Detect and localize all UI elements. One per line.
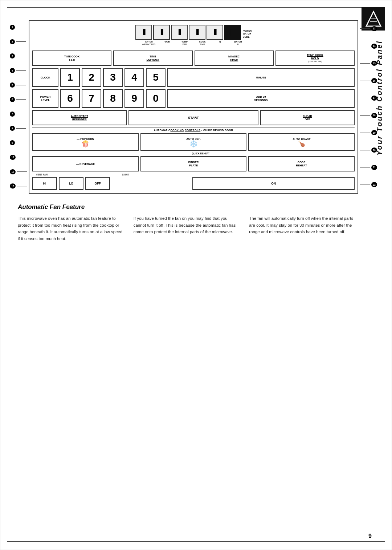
btn-clear-off[interactable]: CLEAR OFF bbox=[260, 110, 355, 125]
btn-on[interactable]: ON bbox=[192, 177, 355, 190]
display-seg-3: ▐▌ bbox=[171, 25, 188, 40]
callout-r17: 17 bbox=[360, 96, 377, 101]
main-content: 1 2 3 4 5 6 7 bbox=[11, 13, 362, 249]
text-col-1: This microwave oven has an automatic fan… bbox=[18, 215, 123, 242]
section-divider bbox=[18, 199, 355, 199]
btn-popcorn[interactable]: — POPCORN 🍿 bbox=[32, 133, 139, 151]
btn-off[interactable]: OFF bbox=[85, 177, 110, 190]
btn-start[interactable]: START bbox=[128, 110, 258, 125]
btn-3[interactable]: 3 bbox=[103, 68, 123, 87]
automatic-fan-section: Automatic Fan Feature This microwave ove… bbox=[18, 203, 355, 242]
btn-6[interactable]: 6 bbox=[60, 89, 80, 108]
btn-temp-cook-hold[interactable]: TEMP COOK HOLD (USE PROBE) bbox=[275, 50, 355, 66]
section-title: Automatic Fan Feature bbox=[18, 203, 355, 211]
btn-min-sec-timer[interactable]: MIN/SEC TIMER bbox=[195, 50, 274, 66]
display-seg-4: ▐▌ bbox=[189, 25, 205, 40]
vent-fan-light-labels: VENT FAN LIGHT bbox=[29, 173, 358, 176]
callout-r13: 13 bbox=[360, 26, 377, 31]
btn-7[interactable]: 7 bbox=[82, 89, 101, 108]
display-seg-1: ▐▌ bbox=[135, 25, 152, 40]
bottom-border-line bbox=[7, 543, 385, 543]
callout-4: 4 bbox=[10, 68, 27, 73]
callout-12: 12 bbox=[10, 183, 27, 189]
callout-r22: 22 bbox=[360, 182, 377, 187]
btn-1[interactable]: 1 bbox=[60, 68, 80, 87]
control-panel: ▐▌ ▐▌ ▐▌ ▐▌ ▐▌ █ POWER WATCH CODE ENTER … bbox=[29, 20, 358, 194]
callout-6: 6 bbox=[10, 97, 27, 102]
btn-add30[interactable]: ADD 30 SECONDS bbox=[167, 89, 355, 108]
top-border-line bbox=[7, 7, 385, 8]
btn-8[interactable]: 8 bbox=[103, 89, 123, 108]
btn-lo[interactable]: LO bbox=[59, 177, 83, 190]
callout-r14: 14 bbox=[360, 44, 377, 49]
callout-7: 7 bbox=[10, 112, 27, 117]
display-area: ▐▌ ▐▌ ▐▌ ▐▌ ▐▌ █ POWER WATCH CODE bbox=[29, 21, 358, 40]
text-col-2: If you have turned the fan on you may fi… bbox=[134, 215, 239, 242]
callout-3: 3 bbox=[10, 53, 27, 58]
vent-fan-label: VENT FAN bbox=[36, 173, 48, 176]
display-seg-5: ▐▌ bbox=[207, 25, 223, 40]
button-row-6: — BEVERAGE DINNER PLATE CODE REHEAT bbox=[29, 155, 358, 173]
three-column-text: This microwave oven has an automatic fan… bbox=[18, 215, 355, 242]
callout-r18: 18 bbox=[360, 113, 377, 118]
btn-auto-start[interactable]: AUTO START REMINDER bbox=[32, 110, 127, 125]
divider-auto-cook bbox=[32, 127, 355, 128]
button-row-5: — POPCORN 🍿 AUTO DEF. ❄️ AUTO ROAST 🍗 bbox=[29, 132, 358, 152]
light-label: LIGHT bbox=[122, 173, 129, 176]
btn-time-cook[interactable]: TIME COOK I & II bbox=[32, 50, 111, 66]
callout-5: 5 bbox=[10, 82, 27, 88]
btn-4[interactable]: 4 bbox=[124, 68, 144, 87]
callout-1: 1 bbox=[10, 25, 27, 30]
callout-2: 2 bbox=[10, 39, 27, 44]
btn-time-defrost[interactable]: TIME DEFROST bbox=[113, 50, 192, 66]
callout-9: 9 bbox=[10, 140, 27, 145]
display-seg-2: ▐▌ bbox=[153, 25, 170, 40]
btn-0[interactable]: 0 bbox=[146, 89, 166, 108]
callout-10: 10 bbox=[10, 155, 27, 160]
btn-5[interactable]: 5 bbox=[146, 68, 166, 87]
divider-after-display bbox=[32, 48, 355, 48]
callout-r16: 16 bbox=[360, 78, 377, 83]
btn-dinner-plate[interactable]: DINNER PLATE bbox=[140, 156, 247, 171]
auto-cooking-label: AUTOMATICCOOKING CONTROLS - GUIDE BEHIND… bbox=[29, 128, 358, 132]
callout-11: 11 bbox=[10, 169, 27, 174]
callout-r19: 19 bbox=[360, 130, 377, 135]
text-col-3: The fan will automatically turn off when… bbox=[249, 215, 355, 242]
button-row-4: AUTO START REMINDER START CLEAR OFF bbox=[29, 109, 358, 126]
btn-2[interactable]: 2 bbox=[82, 68, 101, 87]
callout-r21: 21 bbox=[360, 165, 377, 170]
display-sublabels: ENTER WEIGHT LBS. FOOD TEMP DEF COOK TIM… bbox=[29, 40, 358, 48]
callout-r20: 20 bbox=[360, 147, 377, 153]
display-seg-power: █ bbox=[224, 25, 241, 40]
btn-hi[interactable]: HI bbox=[32, 177, 57, 190]
callout-left: 1 2 3 4 5 6 7 bbox=[10, 20, 27, 194]
callout-8: 8 bbox=[10, 126, 27, 131]
button-row-1: TIME COOK I & II TIME DEFROST MIN/SEC TI… bbox=[29, 49, 358, 67]
page-number: 9 bbox=[368, 533, 372, 539]
quick-reheat-label: QUICK REHEAT bbox=[29, 152, 358, 155]
btn-power-level[interactable]: POWER LEVEL bbox=[32, 89, 58, 108]
btn-code-reheat[interactable]: CODE REHEAT bbox=[248, 156, 355, 171]
button-row-3: POWER LEVEL 6 7 8 9 0 ADD 30 SECONDS bbox=[29, 88, 358, 109]
btn-9[interactable]: 9 bbox=[124, 89, 144, 108]
btn-clock[interactable]: CLOCK bbox=[32, 68, 58, 87]
button-row-7: HI LO OFF ON bbox=[29, 176, 358, 193]
callout-right: 13 14 15 16 17 18 bbox=[360, 20, 377, 194]
panel-wrapper: 1 2 3 4 5 6 7 bbox=[29, 20, 358, 194]
btn-auto-roast[interactable]: AUTO ROAST 🍗 bbox=[248, 133, 355, 151]
bottom-border-line2 bbox=[7, 541, 385, 542]
btn-minute[interactable]: MINUTE bbox=[167, 68, 355, 87]
power-watch-code-label: POWER WATCH CODE bbox=[243, 29, 252, 40]
button-row-2: CLOCK 1 2 3 4 5 MINUTE bbox=[29, 67, 358, 88]
btn-auto-def[interactable]: AUTO DEF. ❄️ bbox=[140, 133, 247, 151]
callout-r15: 15 bbox=[360, 61, 377, 66]
btn-beverage[interactable]: — BEVERAGE bbox=[32, 156, 139, 171]
